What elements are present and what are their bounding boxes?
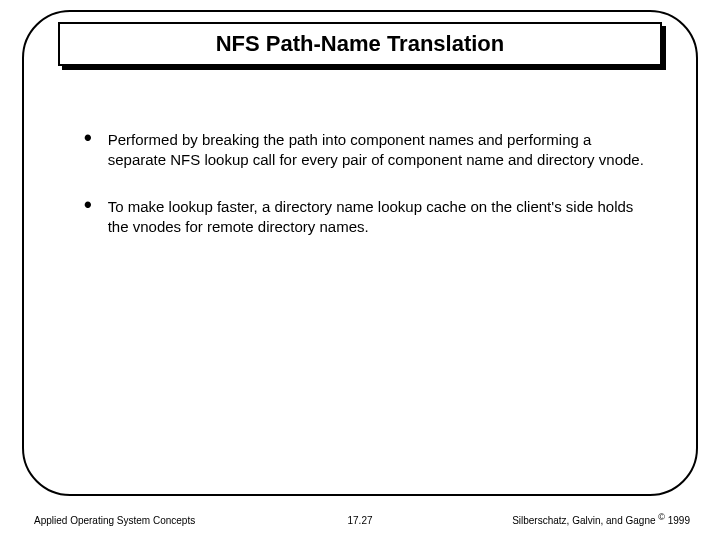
bullet-item: • Performed by breaking the path into co…	[84, 130, 644, 171]
footer-right: Silberschatz, Galvin, and Gagne © 1999	[512, 512, 690, 526]
bullet-marker-icon: •	[84, 197, 92, 238]
bullet-text: Performed by breaking the path into comp…	[108, 130, 644, 171]
slide-title: NFS Path-Name Translation	[216, 31, 505, 57]
content-area: • Performed by breaking the path into co…	[84, 130, 644, 263]
copyright-icon: ©	[658, 512, 665, 522]
footer: Applied Operating System Concepts 17.27 …	[0, 506, 720, 526]
footer-authors: Silberschatz, Galvin, and Gagne	[512, 515, 658, 526]
footer-center: 17.27	[347, 515, 372, 526]
footer-left: Applied Operating System Concepts	[34, 515, 195, 526]
bullet-item: • To make lookup faster, a directory nam…	[84, 197, 644, 238]
bullet-marker-icon: •	[84, 130, 92, 171]
title-box: NFS Path-Name Translation	[58, 22, 662, 66]
footer-year: 1999	[665, 515, 690, 526]
bullet-text: To make lookup faster, a directory name …	[108, 197, 644, 238]
